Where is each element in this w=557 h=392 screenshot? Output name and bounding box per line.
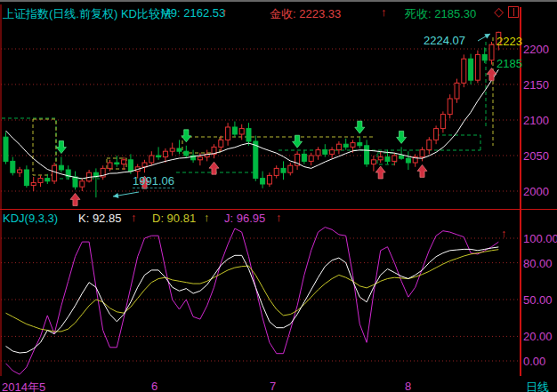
candle-body	[385, 157, 390, 162]
sell-down-arrow-icon	[355, 121, 365, 133]
low-price-callout: 1991.06	[133, 174, 174, 188]
last-close-label: 2223	[496, 35, 522, 48]
price-tick: 2150	[523, 78, 557, 92]
kdj-end-up-arrow-icon: ↑	[501, 228, 506, 240]
candle-body	[343, 144, 348, 147]
candle-body	[392, 156, 397, 161]
candle-body	[448, 99, 452, 115]
candle-body	[267, 175, 271, 184]
candle-body	[198, 157, 202, 160]
price-tick: 2200	[523, 43, 557, 56]
candle-body	[309, 156, 313, 161]
candle-body	[489, 44, 494, 60]
candle-body	[420, 150, 424, 157]
period-label: 日线	[526, 380, 549, 392]
candle-body	[128, 160, 133, 172]
up-arrow-icon: ↑	[131, 211, 137, 224]
restore-window-icon[interactable]	[508, 6, 519, 18]
candle-body	[261, 179, 265, 184]
golden-cross-close: 金收: 2223.33	[270, 6, 341, 22]
kdj-j-line	[6, 228, 499, 375]
date-label: 7	[270, 380, 276, 392]
kdj-tick: 80.00	[523, 257, 557, 270]
candle-body	[52, 165, 57, 181]
kdj-d-value: D: 90.81	[152, 212, 196, 225]
candle-body	[122, 160, 126, 164]
candle-body	[440, 115, 445, 129]
candle-body	[378, 157, 383, 160]
kdj-indicator-name[interactable]: KDJ(9,3,3)	[3, 212, 58, 225]
price-tick: 2100	[523, 114, 557, 127]
kdj-tick: 20.00	[523, 330, 557, 343]
candle-body	[184, 151, 189, 156]
kdj-j-value: J: 96.95	[224, 212, 265, 225]
candle-body	[365, 146, 369, 164]
candle-body	[157, 156, 161, 157]
candle-body	[336, 144, 341, 149]
date-label: 2014年5	[2, 380, 45, 392]
ma9-line	[6, 69, 499, 179]
candle-body	[31, 182, 36, 185]
candle-body	[4, 137, 8, 161]
sell-down-arrow-icon	[397, 131, 407, 143]
candle-body	[351, 143, 355, 148]
candle-body	[219, 140, 223, 147]
candle-body	[232, 127, 237, 134]
candle-body	[108, 163, 112, 168]
up-arrow-icon: ↑	[204, 211, 210, 224]
candle-body	[323, 150, 327, 155]
candle-body	[163, 151, 167, 156]
sell-down-arrow-icon	[56, 141, 66, 154]
buy-up-arrow-icon	[375, 166, 385, 179]
ma9-value: M9: 2162.53	[161, 6, 225, 20]
buy-up-arrow-icon	[487, 68, 496, 81]
kdj-header: KDJ(9,3,3) K: 92.85 ↑ D: 90.81 ↑ J: 96.9…	[0, 212, 520, 224]
candle-body	[434, 129, 439, 140]
candle-body	[302, 154, 306, 161]
candle-body	[475, 54, 480, 80]
callout-arrowhead-icon	[113, 193, 118, 198]
candle-body	[358, 143, 362, 146]
sell-down-arrow-icon	[182, 130, 191, 142]
kdj-tick: 0.00	[523, 355, 557, 368]
candle-body	[80, 181, 85, 187]
candle-body	[246, 129, 251, 141]
candle-body	[330, 150, 335, 155]
buy-up-arrow-icon	[417, 164, 427, 177]
candle-body	[400, 156, 404, 158]
candle-body	[316, 150, 320, 156]
candle-body	[239, 129, 244, 134]
candle-body	[38, 179, 43, 183]
date-label: 6	[151, 380, 157, 392]
diamond-icon[interactable]: ◇	[494, 4, 504, 19]
death-cross-close: 死收: 2185.30	[405, 6, 476, 22]
up-arrow-icon: ↑	[381, 5, 387, 19]
price-tick: 2000	[523, 185, 557, 198]
candle-body	[177, 148, 182, 151]
date-label: 8	[405, 380, 411, 392]
candle-body	[274, 168, 278, 175]
candle-body	[226, 127, 230, 140]
candle-body	[24, 170, 28, 186]
kdj-tick: 100.00	[523, 232, 557, 245]
candle-body	[281, 168, 286, 172]
candle-body	[115, 163, 119, 164]
up-arrow-icon: ↑	[222, 5, 228, 19]
candle-body	[406, 158, 410, 163]
candle-body	[462, 59, 466, 83]
candle-body	[59, 165, 63, 170]
candle-body	[371, 160, 375, 164]
time-axis[interactable]: 2014年5 6 7 8 日线	[0, 376, 557, 392]
candle-body	[11, 161, 15, 172]
top-status-bar: 上证指数(日线.前复权) KD比较法 M9: 2162.53 ↑ 金收: 222…	[0, 2, 557, 23]
green-dashed-line	[2, 118, 100, 179]
candle-body	[455, 83, 459, 99]
kdj-tick: 50.00	[523, 293, 557, 307]
candle-body	[469, 59, 473, 80]
candle-body	[288, 165, 293, 172]
death-level-label: 2185	[496, 57, 522, 70]
candle-body	[45, 179, 50, 181]
candle-body	[73, 177, 77, 187]
symbol-title: 上证指数(日线.前复权) KD比较法	[3, 6, 172, 22]
chart-canvas[interactable]	[0, 2, 557, 392]
